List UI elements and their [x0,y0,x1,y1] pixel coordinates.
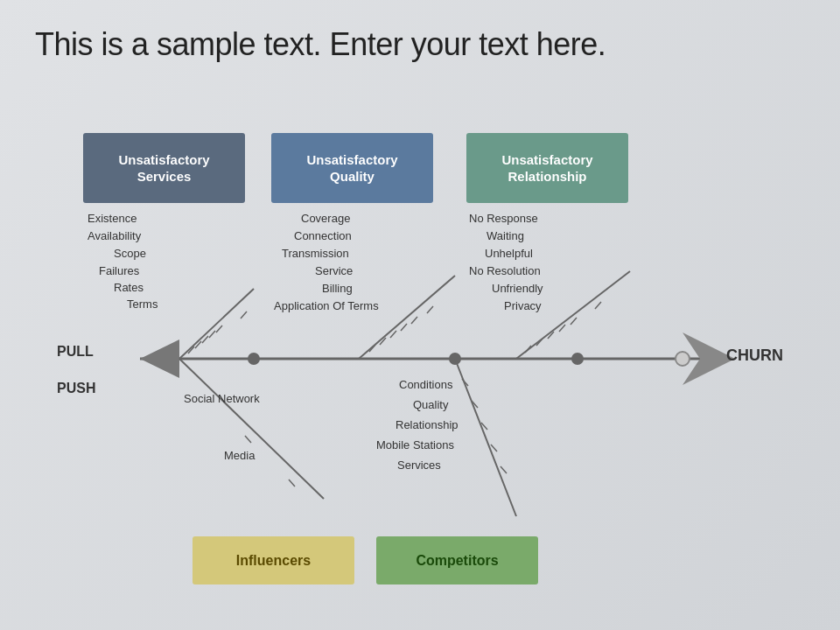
label-terms: Terms [127,298,158,311]
label-no-resolution: No Resolution [469,264,541,277]
svg-line-35 [491,444,497,452]
svg-line-26 [570,318,577,325]
svg-line-7 [179,289,254,359]
slide: This is a sample text. Enter your text h… [0,0,840,630]
fishbone-diagram [52,122,805,595]
label-scope: Scope [114,247,146,260]
label-services: Services [397,458,441,472]
label-availability: Availability [88,229,141,242]
label-media: Media [224,449,255,462]
svg-point-3 [676,352,690,366]
label-failures: Failures [99,264,139,277]
svg-line-13 [241,312,247,318]
svg-line-19 [411,317,417,324]
svg-point-4 [248,353,260,365]
svg-marker-1 [140,340,179,378]
label-connection: Connection [294,229,352,242]
label-unhelpful: Unhelpful [485,247,533,260]
pull-label: PULL [57,344,94,360]
svg-point-6 [571,353,584,365]
label-service: Service [315,264,353,277]
svg-line-31 [455,359,516,516]
competitors-box: Competitors [376,536,538,584]
label-conditions: Conditions [399,378,452,391]
label-relationship: Relationship [396,418,458,431]
label-billing: Billing [322,282,353,295]
label-rates: Rates [114,281,144,294]
svg-line-27 [595,302,601,309]
svg-line-18 [401,324,407,331]
svg-line-11 [209,331,215,338]
label-waiting: Waiting [486,229,524,242]
label-unfriendly: Unfriendly [492,282,543,295]
push-label: PUSH [57,381,95,396]
svg-line-22 [525,346,531,353]
label-privacy: Privacy [504,299,542,312]
svg-line-20 [427,306,433,313]
label-social-network: Social Network [184,392,260,405]
svg-line-36 [500,466,507,473]
label-no-response: No Response [469,212,538,225]
label-coverage: Coverage [301,212,350,225]
label-existence: Existence [88,212,136,225]
label-transmission: Transmission [282,247,349,260]
label-mobile-stations: Mobile Stations [376,438,454,452]
churn-label: CHURN [726,346,783,365]
label-quality: Quality [413,398,448,411]
svg-line-12 [216,326,222,332]
svg-line-28 [179,359,324,499]
svg-line-29 [245,436,251,443]
label-application-of-terms: Application Of Terms [274,299,379,312]
page-title: This is a sample text. Enter your text h… [35,26,606,63]
influencers-box: Influencers [192,536,354,584]
svg-line-30 [289,480,295,486]
